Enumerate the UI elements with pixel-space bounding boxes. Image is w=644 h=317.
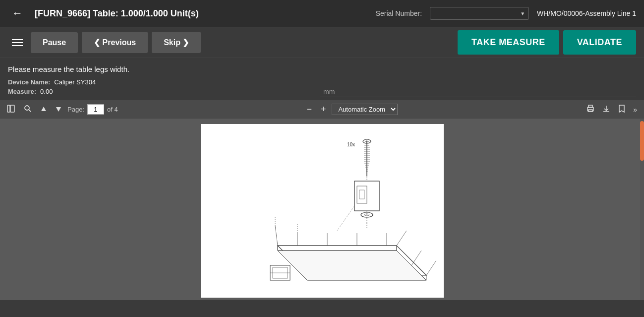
page-title: [FURN_9666] Table: 1.000/1.000 Unit(s) xyxy=(35,8,368,19)
pdf-viewer: 10x xyxy=(0,119,644,300)
measure-label-text: Measure: xyxy=(8,88,36,95)
more-tools-icon: » xyxy=(633,106,637,114)
measure-row: Measure: 0.00 xyxy=(8,88,53,95)
menu-line-1 xyxy=(12,39,23,40)
instruction-text: Please measure the table legs width. xyxy=(8,65,636,73)
previous-button[interactable]: ❮ Previous xyxy=(82,32,148,53)
page-down-button[interactable] xyxy=(53,103,64,116)
action-bar: Pause ❮ Previous Skip ❯ TAKE MEASURE VAL… xyxy=(0,27,644,58)
serial-select[interactable] xyxy=(430,7,529,20)
back-button[interactable]: ← xyxy=(8,5,27,22)
svg-rect-44 xyxy=(359,190,364,199)
bookmark-button[interactable] xyxy=(615,103,628,117)
measure-value: 0.00 xyxy=(40,88,53,95)
svg-text:10x: 10x xyxy=(347,142,355,147)
scrollbar-thumb[interactable] xyxy=(640,121,644,161)
print-button[interactable] xyxy=(584,103,597,117)
wh-label: WH/MO/00006-Assembly Line 1 xyxy=(537,9,636,17)
svg-rect-43 xyxy=(357,186,367,203)
measure-unit: mm xyxy=(320,87,338,97)
svg-rect-8 xyxy=(588,110,592,112)
more-tools-button[interactable]: » xyxy=(630,103,640,116)
menu-button[interactable] xyxy=(8,37,27,48)
menu-line-2 xyxy=(12,42,23,43)
svg-line-3 xyxy=(29,110,31,112)
validate-button[interactable]: VALIDATE xyxy=(563,30,636,55)
svg-line-20 xyxy=(426,260,436,275)
svg-line-18 xyxy=(397,231,407,246)
search-icon xyxy=(24,105,32,113)
svg-line-50 xyxy=(337,206,354,231)
pdf-toolbar: Page: of 4 − + Automatic Zoom 50% 75% 10… xyxy=(0,100,644,119)
svg-rect-7 xyxy=(588,105,592,108)
zoom-select[interactable]: Automatic Zoom 50% 75% 100% 125% 150% xyxy=(332,104,398,115)
search-pdf-button[interactable] xyxy=(21,103,35,117)
page-up-button[interactable] xyxy=(38,103,50,116)
device-label: Device Name: xyxy=(8,78,50,86)
pdf-right-icons: » xyxy=(584,103,640,117)
device-value: Caliper SY304 xyxy=(54,78,96,86)
device-row: Device Name: Caliper SY304 xyxy=(8,78,636,86)
svg-point-2 xyxy=(25,106,29,110)
pdf-page: 10x xyxy=(201,124,444,298)
zoom-minus-button[interactable]: − xyxy=(303,103,315,116)
top-bar: ← [FURN_9666] Table: 1.000/1.000 Unit(s)… xyxy=(0,0,644,27)
page-total: of 4 xyxy=(107,106,118,113)
bookmark-icon xyxy=(618,105,625,113)
download-button[interactable] xyxy=(599,103,613,117)
svg-line-19 xyxy=(411,251,421,265)
page-input[interactable] xyxy=(87,104,104,115)
page-label: Page: xyxy=(67,106,84,113)
zoom-plus-button[interactable]: + xyxy=(318,103,329,116)
svg-rect-0 xyxy=(7,105,10,112)
svg-marker-5 xyxy=(56,107,61,112)
scrollbar-track[interactable] xyxy=(640,119,644,300)
download-icon xyxy=(602,105,610,113)
pause-button[interactable]: Pause xyxy=(31,32,78,53)
assembly-diagram: 10x xyxy=(208,131,436,290)
down-arrow-icon xyxy=(56,106,61,112)
sidebar-icon xyxy=(7,105,15,113)
svg-line-11 xyxy=(275,226,278,246)
content-area: Please measure the table legs width. Dev… xyxy=(0,58,644,100)
svg-marker-4 xyxy=(41,107,46,111)
sidebar-toggle-button[interactable] xyxy=(4,103,18,117)
serial-label: Serial Number: xyxy=(376,9,422,17)
print-icon xyxy=(586,105,594,113)
take-measure-button[interactable]: TAKE MEASURE xyxy=(458,30,559,55)
up-arrow-icon xyxy=(41,106,47,112)
serial-wrapper xyxy=(430,7,529,20)
menu-line-3 xyxy=(12,45,23,46)
svg-rect-1 xyxy=(10,105,14,112)
skip-button[interactable]: Skip ❯ xyxy=(152,32,201,53)
